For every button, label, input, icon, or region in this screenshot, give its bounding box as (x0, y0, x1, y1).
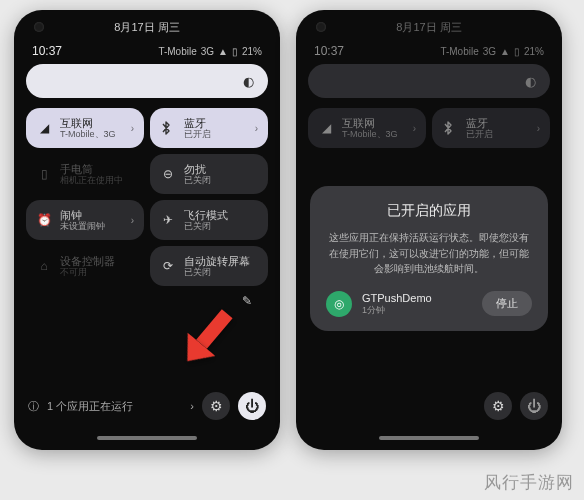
tile-sub: 已关闭 (184, 221, 228, 231)
tile-title: 蓝牙 (466, 117, 493, 130)
clock: 10:37 (314, 44, 344, 58)
info-icon: ⓘ (28, 399, 39, 414)
tile-device-controls: ⌂ 设备控制器 不可用 (26, 246, 144, 286)
running-app-row: ◎ GTPushDemo 1分钟 停止 (326, 291, 532, 317)
power-button[interactable]: ⏻ (238, 392, 266, 420)
watermark: 风行手游网 (484, 471, 574, 494)
tile-sub: 已关闭 (184, 175, 211, 185)
stop-button[interactable]: 停止 (482, 291, 532, 316)
clock: 10:37 (32, 44, 62, 58)
tile-title: 蓝牙 (184, 117, 211, 130)
battery-icon: ▯ (514, 46, 520, 57)
chevron-right-icon: › (413, 123, 416, 134)
tile-internet[interactable]: ◢ 互联网 T-Mobile、3G › (26, 108, 144, 148)
tile-sub: 已开启 (466, 129, 493, 139)
tile-dnd[interactable]: ⊖ 勿扰 已关闭 (150, 154, 268, 194)
flashlight-icon: ▯ (36, 167, 52, 181)
battery-label: 21% (524, 46, 544, 57)
phone-left: 8月17日 周三 10:37 T-Mobile 3G ▲ ▯ 21% ◐ ◢ 互… (14, 10, 280, 450)
tile-flashlight: ▯ 手电筒 相机正在使用中 (26, 154, 144, 194)
airplane-icon: ✈ (160, 213, 176, 227)
carrier-label: T-Mobile (158, 46, 196, 57)
gesture-bar[interactable] (97, 436, 197, 440)
tile-airplane[interactable]: ✈ 飞行模式 已关闭 (150, 200, 268, 240)
date-header: 8月17日 周三 (296, 20, 562, 35)
signal-icon: ◢ (318, 121, 334, 135)
phone-right: 8月17日 周三 10:37 T-Mobile 3G ▲ ▯ 21% ◐ ◢ 互… (296, 10, 562, 450)
bluetooth-icon (160, 121, 176, 135)
brightness-slider[interactable]: ◐ (26, 64, 268, 98)
tile-autorotate[interactable]: ⟳ 自动旋转屏幕 已关闭 (150, 246, 268, 286)
tile-title: 互联网 (60, 117, 116, 130)
signal-icon: ▲ (500, 46, 510, 57)
dnd-icon: ⊖ (160, 167, 176, 181)
app-name: GTPushDemo (362, 292, 432, 305)
app-duration: 1分钟 (362, 305, 432, 316)
power-icon: ⏻ (527, 398, 541, 414)
tile-title: 自动旋转屏幕 (184, 255, 250, 268)
tile-bluetooth: 蓝牙 已开启 › (432, 108, 550, 148)
network-label: 3G (483, 46, 496, 57)
tile-title: 飞行模式 (184, 209, 228, 222)
power-icon: ⏻ (245, 398, 259, 414)
tile-title: 设备控制器 (60, 255, 115, 268)
chevron-right-icon: › (131, 123, 134, 134)
brightness-icon: ◐ (243, 74, 254, 89)
chevron-right-icon: › (255, 123, 258, 134)
tile-bluetooth[interactable]: 蓝牙 已开启 › (150, 108, 268, 148)
battery-label: 21% (242, 46, 262, 57)
gear-icon: ⚙ (210, 398, 223, 414)
tile-title: 互联网 (342, 117, 398, 130)
app-icon: ◎ (326, 291, 352, 317)
dialog-title: 已开启的应用 (326, 202, 532, 220)
annotation-arrow (182, 309, 241, 373)
brightness-icon: ◐ (525, 74, 536, 89)
power-button[interactable]: ⏻ (520, 392, 548, 420)
rotate-icon: ⟳ (160, 259, 176, 273)
battery-icon: ▯ (232, 46, 238, 57)
home-icon: ⌂ (36, 259, 52, 273)
tile-sub: 未设置闹钟 (60, 221, 105, 231)
chevron-right-icon: › (190, 400, 194, 412)
brightness-slider[interactable]: ◐ (308, 64, 550, 98)
tile-title: 闹钟 (60, 209, 105, 222)
signal-icon: ◢ (36, 121, 52, 135)
alarm-icon: ⏰ (36, 213, 52, 227)
tile-sub: T-Mobile、3G (60, 129, 116, 139)
tile-alarm[interactable]: ⏰ 闹钟 未设置闹钟 › (26, 200, 144, 240)
settings-button[interactable]: ⚙ (484, 392, 512, 420)
running-apps-dialog: 已开启的应用 这些应用正在保持活跃运行状态。即使您没有在使用它们，这可以改进它们… (310, 186, 548, 331)
tile-title: 勿扰 (184, 163, 211, 176)
edit-icon[interactable]: ✎ (242, 294, 252, 308)
carrier-label: T-Mobile (440, 46, 478, 57)
status-bar: 10:37 T-Mobile 3G ▲ ▯ 21% (296, 10, 562, 64)
tile-sub: 已关闭 (184, 267, 250, 277)
tile-sub: 不可用 (60, 267, 115, 277)
tile-internet: ◢ 互联网 T-Mobile、3G › (308, 108, 426, 148)
bluetooth-icon (442, 121, 458, 135)
gesture-bar[interactable] (379, 436, 479, 440)
gear-icon: ⚙ (492, 398, 505, 414)
tile-title: 手电筒 (60, 163, 123, 176)
status-bar: 10:37 T-Mobile 3G ▲ ▯ 21% (14, 10, 280, 64)
date-header: 8月17日 周三 (14, 20, 280, 35)
tile-sub: 相机正在使用中 (60, 175, 123, 185)
dialog-body: 这些应用正在保持活跃运行状态。即使您没有在使用它们，这可以改进它们的功能，但可能… (326, 230, 532, 277)
running-apps-label[interactable]: 1 个应用正在运行 (47, 399, 182, 414)
settings-button[interactable]: ⚙ (202, 392, 230, 420)
chevron-right-icon: › (537, 123, 540, 134)
signal-icon: ▲ (218, 46, 228, 57)
tile-sub: 已开启 (184, 129, 211, 139)
chevron-right-icon: › (131, 215, 134, 226)
network-label: 3G (201, 46, 214, 57)
tile-sub: T-Mobile、3G (342, 129, 398, 139)
